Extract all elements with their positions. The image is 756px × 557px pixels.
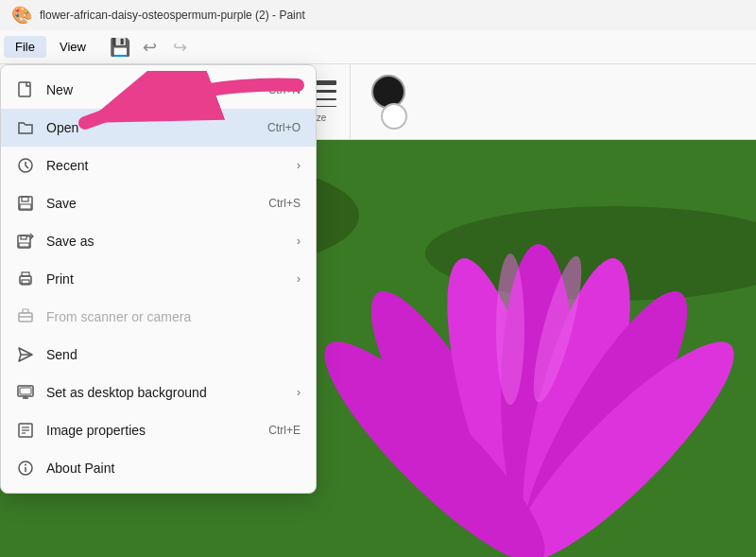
menu-item-properties[interactable]: Image properties Ctrl+E — [1, 411, 316, 449]
color-group — [354, 64, 422, 139]
menu-bar: File View 💾 ↩ ↪ — [0, 30, 756, 64]
open-folder-icon — [16, 118, 35, 137]
file-dropdown: New Ctrl+N Open Ctrl+O Recent › Save Ctr… — [0, 64, 317, 494]
menu-item-recent[interactable]: Recent › — [1, 147, 316, 184]
menu-item-scanner: From scanner or camera — [1, 298, 316, 336]
svg-rect-18 — [18, 235, 30, 248]
properties-shortcut: Ctrl+E — [268, 424, 301, 437]
svg-rect-15 — [19, 197, 32, 210]
svg-point-38 — [25, 464, 26, 466]
dropdown-menu-container: New Ctrl+N Open Ctrl+O Recent › Save Ctr… — [0, 64, 317, 494]
new-label: New — [46, 82, 257, 97]
menu-item-save[interactable]: Save Ctrl+S — [1, 184, 316, 222]
menu-item-send[interactable]: Send — [1, 336, 316, 374]
undo-button[interactable]: ↩ — [137, 34, 163, 61]
svg-rect-32 — [20, 388, 31, 394]
file-menu[interactable]: File — [4, 36, 46, 58]
menu-item-desktop[interactable]: Set as desktop background › — [1, 374, 316, 411]
save-shortcut: Ctrl+S — [268, 197, 301, 210]
send-icon — [16, 345, 35, 364]
print-label: Print — [46, 271, 285, 287]
save-toolbar-button[interactable]: 💾 — [107, 34, 133, 61]
desktop-arrow: › — [297, 386, 301, 399]
saveas-label: Save as — [46, 234, 285, 249]
redo-button[interactable]: ↪ — [167, 34, 194, 61]
new-shortcut: Ctrl+N — [268, 83, 301, 96]
title-bar: 🎨 flower-african-daisy-osteospermum-purp… — [0, 0, 756, 30]
svg-point-11 — [496, 253, 524, 405]
about-icon — [16, 459, 35, 478]
recent-label: Recent — [46, 158, 285, 173]
print-arrow: › — [297, 272, 301, 286]
new-file-icon — [16, 80, 35, 99]
menu-item-about[interactable]: About Paint — [1, 449, 316, 487]
svg-rect-20 — [19, 243, 29, 247]
desktop-icon — [16, 383, 35, 402]
save-label: Save — [46, 196, 257, 211]
save-icon — [16, 194, 35, 213]
recent-arrow: › — [297, 159, 301, 172]
saveas-arrow: › — [297, 235, 301, 248]
app-icon: 🎨 — [11, 5, 32, 26]
secondary-color[interactable] — [381, 103, 407, 130]
view-menu[interactable]: View — [48, 36, 97, 58]
send-label: Send — [46, 347, 301, 362]
recent-icon — [16, 156, 35, 175]
properties-icon — [16, 421, 35, 440]
svg-rect-17 — [20, 204, 31, 209]
about-label: About Paint — [46, 461, 301, 476]
saveas-icon — [16, 232, 35, 251]
menu-item-open[interactable]: Open Ctrl+O — [1, 109, 316, 147]
desktop-label: Set as desktop background — [46, 385, 285, 400]
open-shortcut: Ctrl+O — [267, 121, 301, 134]
menu-item-saveas[interactable]: Save as › — [1, 222, 316, 260]
window-title: flower-african-daisy-osteospermum-purple… — [40, 9, 305, 22]
print-icon — [16, 270, 35, 288]
scanner-icon — [16, 307, 35, 326]
properties-label: Image properties — [46, 423, 257, 438]
menu-item-print[interactable]: Print › — [1, 260, 316, 298]
menu-item-new[interactable]: New Ctrl+N — [1, 71, 316, 109]
open-label: Open — [46, 120, 256, 135]
scanner-label: From scanner or camera — [46, 309, 301, 324]
svg-rect-13 — [19, 82, 30, 96]
